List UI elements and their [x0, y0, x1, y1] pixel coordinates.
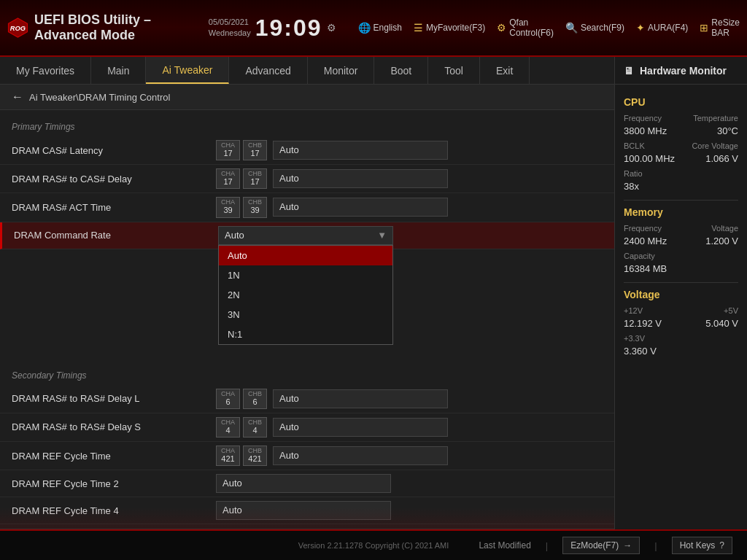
v33-label-row: +3.3V: [624, 334, 738, 343]
hardware-monitor-title: 🖥 Hardware Monitor: [614, 57, 747, 84]
setting-dram-ras-delay-l: DRAM RAS# to RAS# Delay L CHA 6 CHB 6 Au…: [0, 385, 614, 413]
mem-frequency-value: 2400 MHz: [624, 236, 667, 246]
ez-mode-button[interactable]: EzMode(F7) →: [562, 537, 640, 554]
qfan-button[interactable]: ⚙ Qfan Control(F6): [497, 18, 554, 38]
footer-separator-2: |: [654, 540, 657, 551]
resize-bar-button[interactable]: ⊞ ReSize BAR: [700, 18, 740, 38]
ez-mode-icon: →: [623, 540, 632, 551]
channel-badges-cas: CHA 17 CHB 17: [216, 140, 267, 160]
setting-value-ras-act: Auto: [273, 198, 603, 217]
cha-badge-ras-delay-s: CHA 4: [216, 417, 240, 438]
dropdown-option-n1[interactable]: N:1: [219, 324, 392, 344]
chb-badge-ras-delay-l: CHB 6: [243, 389, 267, 409]
language-selector[interactable]: 🌐 English: [358, 22, 402, 34]
chb-badge-ref-cycle: CHB 421: [243, 446, 267, 466]
setting-name-ras-act: DRAM RAS# ACT Time: [12, 202, 216, 213]
value-field-ref-cycle[interactable]: Auto: [273, 446, 448, 465]
breadcrumb: ← Ai Tweaker\DRAM Timing Control: [0, 85, 614, 110]
svg-text:ROG: ROG: [10, 24, 26, 32]
setting-dram-cas-latency: DRAM CAS# Latency CHA 17 CHB 17 Auto: [0, 136, 614, 165]
setting-name-ras-delay-s: DRAM RAS# to RAS# Delay S: [12, 421, 216, 432]
setting-value-cas: Auto: [273, 141, 603, 160]
hot-keys-label: Hot Keys: [680, 540, 716, 551]
core-voltage-value: 1.066 V: [705, 153, 738, 164]
value-field-ras-act[interactable]: Auto: [273, 198, 448, 217]
command-rate-dropdown[interactable]: Auto ▼: [218, 226, 393, 245]
monitor-icon: 🖥: [624, 65, 634, 77]
v12-value: 12.192 V: [624, 318, 662, 329]
settings-content: Primary Timings DRAM CAS# Latency CHA 17…: [0, 110, 614, 529]
nav-tool[interactable]: Tool: [428, 57, 480, 84]
dropdown-option-2n[interactable]: 2N: [219, 285, 392, 305]
hot-keys-button[interactable]: Hot Keys ?: [672, 537, 732, 554]
qfan-icon: ⚙: [497, 22, 506, 34]
dropdown-option-auto[interactable]: Auto: [219, 246, 392, 265]
aura-button[interactable]: ✦ AURA(F4): [636, 22, 688, 34]
value-field-ref-cycle-4[interactable]: Auto: [216, 501, 391, 520]
version-text: Version 2.21.1278 Copyright (C) 2021 AMI: [298, 541, 449, 550]
hardware-monitor-panel: CPU Frequency Temperature 3800 MHz 30°C …: [614, 85, 747, 529]
mem-frequency-value-row: 2400 MHz 1.200 V: [624, 236, 738, 249]
language-icon: 🌐: [358, 22, 371, 34]
v33-label: +3.3V: [624, 334, 645, 343]
settings-gear-icon[interactable]: ⚙: [327, 22, 336, 34]
cpu-frequency-label: Frequency: [624, 114, 662, 122]
dropdown-option-1n[interactable]: 1N: [219, 265, 392, 285]
cha-badge-ras-cas: CHA 17: [216, 168, 240, 189]
ratio-label-row: Ratio: [624, 169, 738, 178]
main-content: ← Ai Tweaker\DRAM Timing Control Primary…: [0, 85, 747, 529]
voltage-section-title: Voltage: [624, 289, 738, 300]
search-button[interactable]: 🔍 Search(F9): [565, 22, 624, 34]
time-display: 19:09: [255, 15, 322, 42]
dropdown-option-3n[interactable]: 3N: [219, 305, 392, 324]
header-bar: ROG UEFI BIOS Utility – Advanced Mode 05…: [0, 0, 747, 57]
channel-badges-ras-delay-s: CHA 4 CHB 4: [216, 417, 267, 438]
setting-value-ras-delay-l: Auto: [273, 389, 603, 408]
setting-name-ras-delay-l: DRAM RAS# to RAS# Delay L: [12, 393, 216, 404]
mem-frequency-label: Frequency: [624, 224, 662, 233]
setting-value-command-rate: Auto ▼ Auto 1N 2N 3N N:1: [218, 226, 603, 245]
v33-value-row: 3.360 V: [624, 346, 738, 359]
nav-exit[interactable]: Exit: [480, 57, 530, 84]
resize-icon: ⊞: [700, 22, 708, 34]
cpu-section-title: CPU: [624, 96, 738, 108]
setting-value-ref-cycle: Auto: [273, 446, 603, 465]
chb-badge-ras-act: CHB 39: [243, 197, 267, 217]
v5-label: +5V: [724, 306, 738, 315]
value-field-ras-delay-s[interactable]: Auto: [273, 418, 448, 437]
myfavorite-button[interactable]: ☰ MyFavorite(F3): [414, 22, 485, 34]
setting-dram-command-rate: DRAM Command Rate Auto ▼ Auto 1N 2N 3N N…: [0, 222, 614, 249]
v12-label: +12V: [624, 306, 643, 315]
back-button[interactable]: ←: [12, 90, 23, 104]
cha-badge-ras-act: CHA 39: [216, 197, 240, 217]
setting-name-command-rate: DRAM Command Rate: [14, 230, 218, 241]
dropdown-menu-command-rate: Auto 1N 2N 3N N:1: [218, 245, 393, 345]
bclk-label: BCLK: [624, 141, 645, 150]
v33-value: 3.360 V: [624, 346, 657, 357]
nav-ai-tweaker[interactable]: Ai Tweaker: [146, 57, 229, 84]
nav-main[interactable]: Main: [91, 57, 146, 84]
value-field-ras-cas[interactable]: Auto: [273, 169, 448, 188]
value-field-cas[interactable]: Auto: [273, 141, 448, 160]
memory-voltage-divider: [624, 282, 738, 283]
value-field-ref-cycle-2[interactable]: Auto: [216, 474, 391, 493]
primary-timings-label: Primary Timings: [0, 117, 614, 136]
cpu-frequency-row: Frequency Temperature: [624, 114, 738, 122]
nav-monitor[interactable]: Monitor: [308, 57, 375, 84]
setting-name-ras-cas: DRAM RAS# to CAS# Delay: [12, 174, 216, 184]
nav-boot[interactable]: Boot: [374, 57, 428, 84]
navigation-bar: My Favorites Main Ai Tweaker Advanced Mo…: [0, 57, 747, 85]
myfavorite-icon: ☰: [414, 22, 423, 34]
nav-my-favorites[interactable]: My Favorites: [0, 57, 91, 84]
mem-capacity-label-row: Capacity: [624, 252, 738, 260]
mem-capacity-value: 16384 MB: [624, 263, 667, 274]
setting-name-cas-latency: DRAM CAS# Latency: [12, 145, 216, 156]
channel-badges-ras-delay-l: CHA 6 CHB 6: [216, 389, 267, 409]
nav-advanced[interactable]: Advanced: [229, 57, 307, 84]
value-field-ras-delay-l[interactable]: Auto: [273, 389, 448, 408]
channel-badges-ras-act: CHA 39 CHB 39: [216, 197, 267, 217]
setting-dram-ras-delay-s: DRAM RAS# to RAS# Delay S CHA 4 CHB 4 Au…: [0, 413, 614, 442]
v12-value-row: 12.192 V 5.040 V: [624, 318, 738, 331]
setting-dram-ref-cycle-time-2: DRAM REF Cycle Time 2 Auto: [0, 470, 614, 497]
setting-value-ref-cycle-4: Auto: [216, 501, 603, 520]
